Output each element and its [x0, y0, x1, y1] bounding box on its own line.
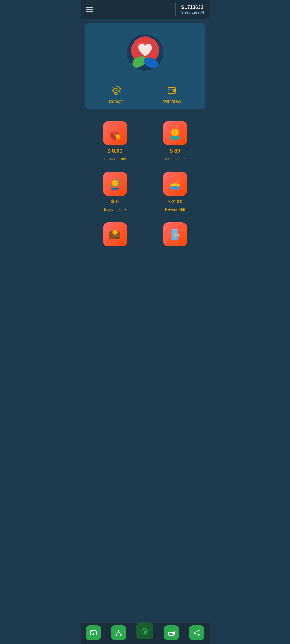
bottom-spacer: [81, 254, 210, 278]
user-id: SL713631: [181, 5, 203, 10]
svg-line-83: [195, 633, 198, 634]
header-right: SL713631 Sleep Less AI: [181, 5, 204, 14]
today-income-label: Today Income: [103, 207, 127, 212]
stat-power: [145, 217, 205, 252]
nav-wallet-icon: [168, 629, 175, 636]
header: SL713631 Sleep Less AI: [81, 0, 210, 19]
withdraw-button[interactable]: Withdraw: [163, 85, 181, 104]
nav-network[interactable]: [111, 625, 126, 640]
svg-rect-9: [173, 89, 175, 92]
svg-point-18: [117, 135, 119, 137]
menu-button[interactable]: [86, 7, 93, 12]
header-divider: [175, 3, 176, 16]
card-actions: Deposit Withdraw: [89, 85, 201, 104]
deposit-icon: [111, 85, 121, 97]
nav-home-icon: [140, 626, 149, 635]
stat-total-income: $ $ 60 Total Income: [145, 116, 205, 166]
svg-point-39: [173, 183, 177, 186]
nav-share-icon: [193, 629, 200, 636]
deposit-fund-value: $ 0.00: [108, 148, 123, 154]
stat-wallet: $: [85, 217, 145, 252]
withdraw-icon: [167, 85, 177, 97]
svg-line-82: [195, 631, 198, 632]
svg-marker-74: [144, 628, 145, 630]
power-icon-wrap: [163, 222, 187, 246]
today-income-icon-wrap: $: [103, 172, 127, 196]
stats-grid: $ $ 0.00 Deposit Fund $: [81, 114, 210, 254]
stat-today-income: $ $ 0 Today Income: [85, 166, 145, 217]
app-logo: [126, 34, 164, 71]
referral-gift-value: $ 2.00: [168, 199, 183, 205]
svg-rect-43: [176, 187, 180, 190]
header-left: [86, 7, 170, 12]
svg-text:$: $: [113, 133, 116, 137]
deposit-button[interactable]: Deposit: [109, 85, 123, 104]
stat-deposit-fund: $ $ 0.00 Deposit Fund: [85, 116, 145, 166]
card-divider: [89, 80, 201, 80]
svg-rect-56: [176, 234, 179, 236]
user-name: Sleep Less AI: [181, 10, 204, 14]
bottom-nav: [81, 623, 210, 644]
svg-rect-42: [173, 186, 177, 190]
nav-share[interactable]: [189, 625, 204, 640]
svg-rect-54: [172, 229, 177, 230]
svg-rect-20: [116, 137, 120, 138]
deposit-fund-icon-wrap: $: [103, 121, 127, 145]
svg-text:$: $: [174, 130, 175, 134]
logo-area: [89, 29, 201, 78]
svg-rect-59: [177, 236, 180, 237]
svg-point-65: [120, 634, 122, 636]
svg-rect-78: [168, 631, 170, 632]
svg-point-64: [116, 634, 117, 636]
nav-deposit-icon: [90, 629, 97, 636]
total-income-icon-wrap: $: [163, 121, 187, 145]
referral-gift-icon-wrap: [163, 172, 187, 196]
referral-gift-label: Referral Gift: [165, 207, 185, 212]
stat-referral-gift: $ 2.00 Referral Gift: [145, 166, 205, 217]
svg-text:$: $: [113, 181, 115, 185]
svg-point-80: [194, 632, 195, 634]
svg-line-67: [119, 631, 121, 634]
svg-text:$: $: [114, 231, 115, 234]
svg-rect-77: [172, 633, 174, 634]
today-income-value: $ 0: [111, 199, 119, 205]
total-income-label: Total Income: [164, 157, 186, 161]
main-card: Deposit Withdraw: [85, 23, 205, 109]
nav-home[interactable]: [136, 622, 153, 639]
wallet-icon-wrap: $: [103, 222, 127, 246]
svg-point-40: [176, 184, 180, 187]
deposit-fund-label: Deposit Fund: [104, 157, 126, 161]
svg-point-38: [170, 184, 174, 187]
svg-point-63: [118, 630, 119, 631]
nav-network-icon: [115, 629, 122, 636]
svg-rect-51: [114, 236, 119, 237]
svg-line-66: [116, 631, 119, 634]
nav-wallet[interactable]: [164, 625, 179, 640]
svg-rect-41: [170, 187, 174, 190]
svg-point-79: [198, 630, 200, 631]
deposit-label: Deposit: [109, 99, 123, 104]
nav-deposit[interactable]: [86, 625, 101, 640]
withdraw-label: Withdraw: [163, 99, 181, 104]
svg-rect-62: [91, 631, 92, 632]
total-income-value: $ 60: [170, 148, 180, 154]
svg-point-81: [198, 634, 200, 636]
svg-rect-36: [111, 188, 119, 189]
